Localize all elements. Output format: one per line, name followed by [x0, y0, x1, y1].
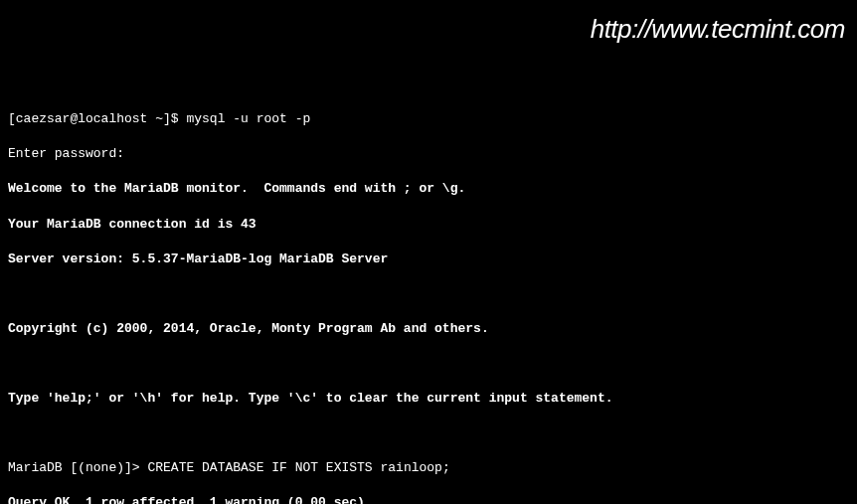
blank-line	[8, 355, 849, 373]
help-text: Type 'help;' or '\h' for help. Type '\c'…	[8, 391, 613, 406]
watermark-overlay: http://www.tecmint.com	[591, 12, 845, 47]
terminal-line: Query OK, 1 row affected, 1 warning (0.0…	[8, 494, 849, 504]
watermark-text: http://www.tecmint.com	[591, 14, 845, 44]
shell-prompt: [caezsar@localhost ~]$	[8, 111, 186, 126]
blank-line	[8, 285, 849, 303]
terminal-line: Server version: 5.5.37-MariaDB-log Maria…	[8, 251, 849, 268]
terminal-line: Your MariaDB connection id is 43	[8, 216, 849, 234]
terminal-line[interactable]: MariaDB [(none)]> CREATE DATABASE IF NOT…	[8, 459, 849, 477]
terminal-line: Copyright (c) 2000, 2014, Oracle, Monty …	[8, 320, 849, 338]
connection-id: Your MariaDB connection id is 43	[8, 217, 257, 232]
password-prompt: Enter password:	[8, 146, 124, 161]
terminal-line: Enter password:	[8, 145, 849, 163]
mariadb-prompt: MariaDB [(none)]>	[8, 460, 147, 475]
terminal-line[interactable]: [caezsar@localhost ~]$ mysql -u root -p	[8, 110, 849, 128]
welcome-text: Welcome to the MariaDB monitor. Commands…	[8, 181, 465, 196]
server-version: Server version: 5.5.37-MariaDB-log Maria…	[8, 252, 388, 266]
command-text: mysql -u root -p	[186, 111, 310, 126]
query-result: Query OK, 1 row affected, 1 warning (0.0…	[8, 495, 365, 504]
sql-command: CREATE DATABASE IF NOT EXISTS rainloop;	[147, 460, 449, 475]
terminal-line: Welcome to the MariaDB monitor. Commands…	[8, 180, 849, 198]
terminal-line: Type 'help;' or '\h' for help. Type '\c'…	[8, 390, 849, 408]
blank-line	[8, 424, 849, 442]
copyright-text: Copyright (c) 2000, 2014, Oracle, Monty …	[8, 321, 489, 336]
